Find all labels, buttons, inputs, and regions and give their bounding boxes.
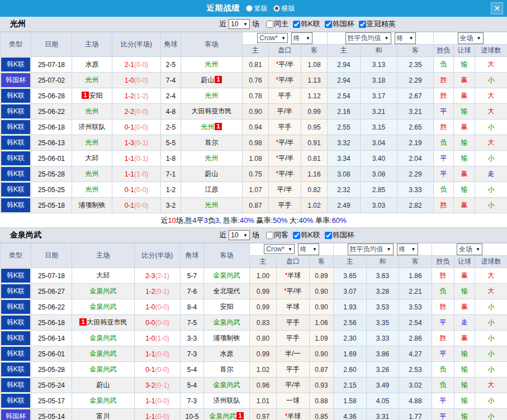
- filter-checkbox-0[interactable]: 同主: [264, 19, 288, 29]
- handicap-cell: 半球: [277, 299, 310, 315]
- odds-away-cell: 0.93: [310, 378, 334, 393]
- layout-radio-horizontal[interactable]: 横版: [273, 4, 295, 13]
- recent-count-select[interactable]: 10▼: [229, 230, 250, 240]
- wdl-cell: 胜: [434, 73, 454, 88]
- league-badge: 韩国杯: [1, 409, 30, 420]
- goals-result-cell-text: 大: [488, 271, 495, 279]
- home-team-cell: 金泉尚武: [72, 331, 135, 346]
- avg-home-cell: 3.07: [334, 284, 367, 299]
- league-badge: 韩K联: [1, 378, 30, 392]
- league-cell: 韩K联: [1, 268, 31, 284]
- checkbox-input[interactable]: [325, 21, 332, 28]
- recent-count-select[interactable]: 10▼: [229, 19, 250, 29]
- wdl-cell: 平: [432, 315, 454, 331]
- handicap-cell: *平/半: [277, 284, 310, 299]
- home-team-name: 安阳: [89, 92, 103, 99]
- fulltime-score: 1-1: [145, 413, 155, 420]
- home-team-name: 光州: [86, 170, 99, 178]
- wdl-cell-text: 负: [440, 185, 447, 193]
- odds-group-header: Crow*▼终▼: [250, 244, 334, 256]
- checkbox-input[interactable]: [293, 21, 300, 28]
- avg-away-cell: 2.35: [397, 57, 434, 73]
- odds-final-select[interactable]: 终▼: [291, 32, 312, 44]
- odds-home-cell: 1.02: [250, 362, 277, 378]
- avg-select[interactable]: 胜平负均值▼: [345, 32, 391, 44]
- avg-away-cell: 4.88: [399, 393, 432, 409]
- radio-label: 横版: [282, 4, 295, 13]
- halftime-score: (0-0): [134, 123, 148, 131]
- filter-checkbox-0[interactable]: 同客: [264, 230, 288, 240]
- score-cell: 0-1(0-0): [112, 120, 161, 135]
- checkbox-input[interactable]: [266, 232, 273, 239]
- wdl-cell: 胜: [432, 331, 454, 346]
- odds-final-select[interactable]: 终▼: [298, 244, 319, 255]
- odds-away-cell: 1.02: [301, 198, 328, 213]
- odds-home-cell: 1.00: [250, 268, 277, 284]
- chevron-down-icon: ▼: [385, 36, 389, 41]
- league-badge: 韩K联: [1, 151, 30, 165]
- avg-home-cell: 1.93: [334, 299, 367, 315]
- corners-cell: 7-6: [181, 284, 204, 299]
- handicap-cell: *平/半: [269, 57, 301, 73]
- handicap-text: 平/半: [285, 381, 300, 389]
- league-cell: 韩K联: [1, 88, 31, 104]
- home-team-name: 金泉尚武: [90, 397, 117, 404]
- filter-checkbox-3[interactable]: 亚冠精英: [357, 19, 396, 29]
- corners-cell: 7-4: [161, 73, 181, 88]
- goals-result-cell: 大: [475, 284, 507, 299]
- checkbox-input[interactable]: [325, 232, 332, 239]
- checkbox-input[interactable]: [293, 232, 300, 239]
- checkbox-input[interactable]: [266, 21, 273, 28]
- date-cell: 25-07-18: [31, 268, 72, 284]
- close-button[interactable]: ✕: [491, 2, 503, 15]
- wdl-cell: 负: [432, 362, 454, 378]
- avg-draw-cell: 3.31: [367, 409, 399, 420]
- halftime-score: (0-1): [134, 139, 148, 147]
- filter-checkbox-2[interactable]: 韩国杯: [323, 19, 354, 29]
- filter-checkbox-1[interactable]: 韩K联: [291, 19, 320, 29]
- avg-select[interactable]: 胜平负均值▼: [348, 244, 394, 255]
- handicap-result-cell-text: 赢: [461, 170, 468, 178]
- odds-source-select[interactable]: Crow*▼: [264, 244, 295, 254]
- odds-away-cell: 0.90: [310, 299, 334, 315]
- wdl-cell-text: 平: [440, 107, 447, 115]
- filter-checkbox-1[interactable]: 韩K联: [291, 230, 320, 240]
- goals-result-cell-text: 小: [488, 201, 495, 209]
- odds-home-cell: 0.96: [250, 378, 277, 393]
- goals-result-cell: 小: [475, 299, 507, 315]
- fulltime-score: 1-3: [125, 139, 134, 147]
- avg-draw-cell: 3.40: [361, 151, 397, 166]
- avg-draw-cell: 3.17: [361, 88, 397, 104]
- wdl-cell-text: 平: [440, 397, 447, 404]
- avg-final-select[interactable]: 终▼: [395, 32, 416, 44]
- league-badge: 韩K联: [1, 120, 30, 134]
- summary-text-part: 40%: [298, 216, 313, 225]
- score-cell: 3-2(0-1): [135, 378, 181, 393]
- league-cell: 韩K联: [1, 120, 31, 135]
- league-badge: 韩K联: [1, 58, 30, 71]
- goals-result-cell-text: 小: [488, 185, 495, 193]
- checkbox-input[interactable]: [359, 21, 366, 28]
- goals-result-cell: 大: [475, 135, 507, 151]
- avg-draw-cell: 3.21: [361, 104, 397, 120]
- avg-home-cell: 2.49: [328, 198, 361, 213]
- chevron-down-icon: ▼: [387, 247, 391, 252]
- scope-select[interactable]: 全场▼: [458, 32, 484, 44]
- league-badge: 韩K联: [1, 136, 30, 150]
- avg-final-select[interactable]: 终▼: [397, 244, 418, 255]
- corners-cell: 8-4: [181, 299, 204, 315]
- score-cell: 1-0(0-0): [112, 73, 161, 88]
- avg-home-cell: 2.60: [334, 362, 367, 378]
- wdl-cell-text: 平: [440, 412, 447, 420]
- filter-checkbox-2[interactable]: 韩国杯: [323, 230, 354, 240]
- goals-result-cell: 小: [475, 393, 507, 409]
- halftime-score: (0-0): [134, 202, 148, 209]
- col-score: 比分(半场): [112, 32, 161, 57]
- goals-result-cell-text: 大: [488, 139, 495, 146]
- handicap-text: 平/半: [278, 154, 293, 162]
- wdl-cell: 胜: [434, 198, 454, 213]
- odds-source-select[interactable]: Crow*▼: [257, 33, 288, 43]
- layout-radio-vertical[interactable]: 竖版: [246, 4, 268, 13]
- date-cell: 25-06-01: [31, 346, 72, 362]
- scope-select[interactable]: 全场▼: [457, 244, 482, 255]
